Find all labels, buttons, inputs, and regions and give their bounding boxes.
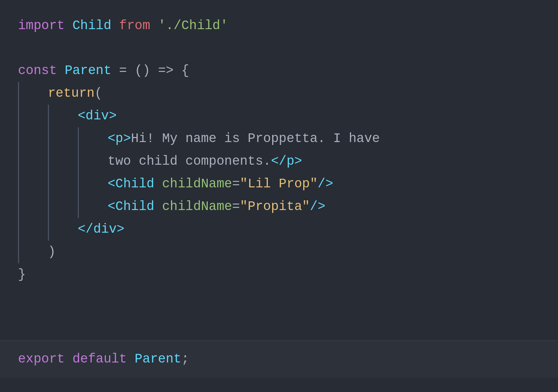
close-brace-line: } bbox=[18, 263, 540, 286]
close-brace: } bbox=[18, 263, 26, 286]
keyword-import: import bbox=[18, 14, 72, 37]
component-child2: Child bbox=[116, 195, 162, 218]
child2-line: <Child childName="Propita"/> bbox=[79, 195, 540, 218]
div-close-line: </div> bbox=[49, 218, 540, 241]
p-close-tag-end: > bbox=[294, 150, 302, 173]
semicolon: ; bbox=[181, 348, 189, 370]
child1-self-close: /> bbox=[318, 173, 333, 195]
p-second-line: two child components.</p> bbox=[79, 150, 540, 173]
keyword-export: export bbox=[18, 348, 72, 370]
export-parent: Parent bbox=[135, 348, 181, 370]
close-paren: ) bbox=[48, 241, 56, 263]
p-open-bracket: < bbox=[108, 127, 116, 150]
p-first-line: <p>Hi! My name is Proppetta. I have bbox=[79, 127, 540, 150]
export-section: export default Parent; bbox=[0, 340, 558, 378]
export-line: export default Parent; bbox=[18, 348, 558, 370]
arrow-function: = () => { bbox=[119, 59, 189, 82]
p-close-bracket: > bbox=[123, 127, 131, 150]
tag-div: div bbox=[86, 105, 109, 127]
const-parent-line: const Parent = () => { bbox=[18, 59, 540, 82]
attr-value-2: "Propita" bbox=[240, 195, 310, 218]
tag-div-close: div bbox=[93, 218, 117, 241]
code-editor: import Child from './Child' const Parent… bbox=[0, 0, 558, 392]
import-line: import Child from './Child' bbox=[18, 14, 540, 37]
tag-p-close: p bbox=[287, 150, 294, 173]
p-text-1: Hi! My name is Proppetta. I have bbox=[131, 127, 380, 150]
div-open-line: <div> bbox=[49, 105, 540, 127]
tag-bracket-close: > bbox=[109, 105, 117, 127]
return-line: return( bbox=[19, 82, 540, 105]
div-close-bracket: </ bbox=[78, 218, 93, 241]
open-paren: ( bbox=[95, 82, 103, 105]
tag-bracket-open: < bbox=[78, 105, 86, 127]
p-close-tag-bracket: </ bbox=[271, 150, 287, 173]
keyword-return: return bbox=[48, 82, 95, 105]
keyword-const: const bbox=[18, 59, 65, 82]
attr-childname-2: childName bbox=[162, 195, 232, 218]
string-path: './Child' bbox=[158, 14, 228, 37]
keyword-from: from bbox=[119, 14, 158, 37]
close-paren-line: ) bbox=[19, 241, 540, 263]
component-child: Child bbox=[72, 14, 119, 37]
attr-childname-1: childName bbox=[162, 173, 232, 195]
child1-line: <Child childName="Lil Prop"/> bbox=[79, 173, 540, 195]
child1-open-bracket: < bbox=[108, 173, 116, 195]
tag-p: p bbox=[116, 127, 123, 150]
attr-eq-1: = bbox=[232, 173, 240, 195]
child2-open-bracket: < bbox=[108, 195, 116, 218]
child2-self-close: /> bbox=[310, 195, 325, 218]
attr-value-1: "Lil Prop" bbox=[240, 173, 318, 195]
blank-line-1 bbox=[18, 37, 540, 59]
component-parent: Parent bbox=[65, 59, 119, 82]
div-close-end: > bbox=[117, 218, 125, 241]
attr-eq-2: = bbox=[232, 195, 240, 218]
component-child1: Child bbox=[116, 173, 162, 195]
p-text-2: two child components. bbox=[108, 150, 271, 173]
keyword-default: default bbox=[72, 348, 135, 370]
